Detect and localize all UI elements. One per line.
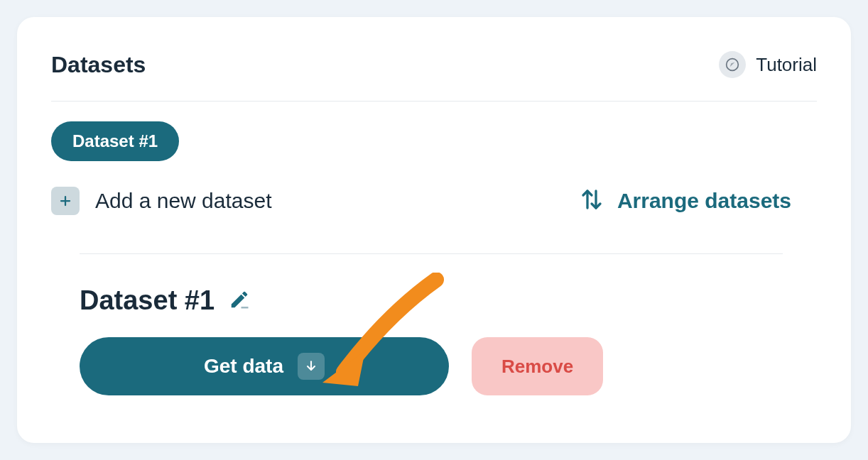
datasets-card: Datasets Tutorial Dataset #1 Add a new d… (17, 17, 851, 443)
svg-rect-6 (242, 307, 249, 309)
chevron-down-icon (298, 353, 325, 380)
remove-button[interactable]: Remove (472, 337, 603, 395)
dataset-detail: Dataset #1 Get data Remove (51, 253, 817, 395)
get-data-button[interactable]: Get data (80, 337, 449, 395)
arrange-icon (579, 187, 604, 215)
compass-icon (719, 51, 746, 78)
arrange-datasets-button[interactable]: Arrange datasets (579, 187, 817, 215)
tutorial-link[interactable]: Tutorial (719, 51, 817, 78)
svg-marker-1 (730, 62, 735, 67)
page-title: Datasets (51, 52, 146, 78)
dataset-title: Dataset #1 (80, 285, 215, 316)
arrange-label: Arrange datasets (617, 189, 791, 213)
dataset-title-row: Dataset #1 (80, 254, 783, 316)
tutorial-label: Tutorial (756, 54, 817, 76)
get-data-label: Get data (204, 355, 283, 378)
dataset-tabs: Dataset #1 (51, 102, 817, 161)
add-dataset-label: Add a new dataset (95, 189, 272, 213)
button-row: Get data Remove (80, 316, 783, 395)
plus-icon (51, 187, 80, 215)
tab-dataset-1[interactable]: Dataset #1 (51, 121, 179, 161)
add-dataset-button[interactable]: Add a new dataset (51, 187, 272, 215)
actions-row: Add a new dataset Arrange datasets (51, 161, 817, 215)
header: Datasets Tutorial (51, 51, 817, 102)
pencil-icon[interactable] (229, 289, 250, 313)
